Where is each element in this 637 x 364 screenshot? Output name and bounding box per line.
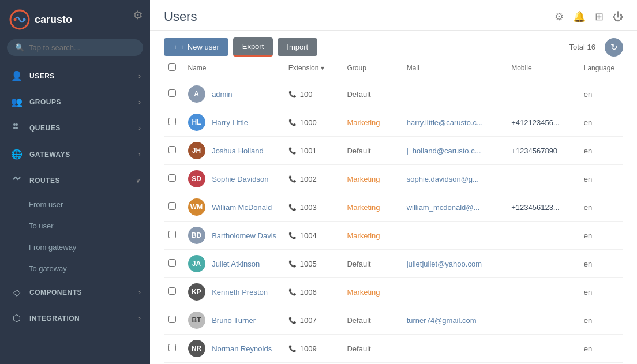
- user-name-link[interactable]: Sophie Davidson: [212, 175, 268, 183]
- row-checkbox[interactable]: [168, 259, 176, 267]
- row-checkbox-cell: [164, 80, 183, 108]
- extension-cell: 📞 1002: [284, 165, 343, 193]
- row-checkbox-cell: [164, 250, 183, 278]
- avatar: JA: [188, 255, 205, 272]
- mobile-cell: +1234567890: [507, 137, 579, 165]
- row-checkbox-cell: [164, 278, 183, 306]
- sidebar-item-gateways[interactable]: 🌐 GATEWAYS ›: [0, 141, 150, 167]
- sidebar-item-routes[interactable]: ROUTES ∨: [0, 167, 150, 194]
- mail-link[interactable]: william_mcdonald@...: [407, 203, 480, 212]
- chevron-right-icon: ›: [138, 98, 141, 106]
- sidebar-item-queues[interactable]: QUEUES ›: [0, 115, 150, 141]
- sidebar-item-integration[interactable]: ⬡ INTEGRATION ›: [0, 305, 150, 331]
- sidebar-item-label: GATEWAYS: [29, 151, 138, 159]
- sidebar-item-label: ROUTES: [29, 177, 136, 185]
- phone-icon: 📞: [288, 345, 297, 352]
- routes-icon: [11, 175, 23, 186]
- settings-gear-icon[interactable]: ⚙: [133, 8, 143, 22]
- svg-point-6: [16, 127, 18, 129]
- sidebar-sub-to-user[interactable]: To user: [0, 215, 150, 237]
- user-name-link[interactable]: Joshua Holland: [212, 147, 264, 155]
- refresh-button[interactable]: ↻: [605, 38, 623, 57]
- group-cell: Default: [342, 250, 402, 278]
- sidebar-sub-from-gateway[interactable]: From gateway: [0, 237, 150, 258]
- mobile-cell: [507, 165, 579, 193]
- extension-value: 1006: [300, 288, 317, 297]
- settings-icon[interactable]: ⚙: [554, 10, 564, 23]
- svg-point-5: [13, 127, 16, 129]
- language-cell: en: [579, 80, 623, 108]
- col-group: Group: [342, 57, 402, 80]
- new-user-button[interactable]: + + New user: [164, 38, 228, 56]
- row-checkbox[interactable]: [168, 118, 176, 125]
- search-box[interactable]: 🔍: [7, 39, 143, 56]
- row-checkbox-cell: [164, 306, 183, 335]
- mail-link[interactable]: j_holland@carusto.c...: [407, 147, 481, 155]
- row-checkbox[interactable]: [168, 202, 176, 210]
- group-cell: Marketing: [342, 278, 402, 306]
- sidebar-item-label: USERS: [29, 72, 138, 80]
- user-name-link[interactable]: Kenneth Preston: [212, 288, 268, 297]
- sidebar-sub-from-user[interactable]: From user: [0, 194, 150, 215]
- svg-point-2: [23, 18, 26, 21]
- avatar: HL: [188, 114, 205, 131]
- avatar: KP: [188, 283, 205, 301]
- user-name-link[interactable]: William McDonald: [212, 203, 272, 212]
- row-checkbox-cell: [164, 165, 183, 193]
- sidebar-item-label: INTEGRATION: [29, 314, 138, 322]
- user-name-link[interactable]: Bruno Turner: [212, 316, 256, 325]
- sidebar-sub-to-gateway[interactable]: To gateway: [0, 258, 150, 279]
- mobile-cell: +123456123...: [507, 193, 579, 222]
- sidebar-item-users[interactable]: 👤 USERS ›: [0, 63, 150, 89]
- user-name-link[interactable]: Norman Reynolds: [212, 344, 272, 353]
- user-name-link[interactable]: Bartholomew Davis: [212, 231, 276, 240]
- extension-cell: 📞 1001: [284, 137, 343, 165]
- mail-link[interactable]: turner74@gmail.com: [407, 316, 477, 325]
- avatar: BD: [188, 227, 205, 244]
- row-checkbox[interactable]: [168, 287, 176, 295]
- mail-link[interactable]: harry.little@carusto.c...: [407, 118, 483, 127]
- mail-link[interactable]: julietjuliet@yahoo.com: [407, 260, 482, 268]
- export-button[interactable]: Export: [233, 37, 273, 57]
- power-icon[interactable]: ⏻: [613, 11, 623, 23]
- apps-grid-icon[interactable]: ⊞: [595, 10, 604, 23]
- mail-cell: [402, 335, 507, 363]
- main-header: Users ⚙ 🔔 ⊞ ⏻: [150, 0, 637, 31]
- user-name-link[interactable]: Harry Little: [212, 118, 248, 127]
- user-name-cell: WM William McDonald: [183, 193, 284, 222]
- search-input[interactable]: [29, 43, 135, 52]
- group-cell: Default: [342, 306, 402, 335]
- notifications-icon[interactable]: 🔔: [573, 10, 586, 23]
- extension-value: 1002: [300, 175, 317, 183]
- row-checkbox[interactable]: [168, 174, 176, 182]
- user-name-link[interactable]: admin: [212, 90, 232, 99]
- extension-value: 1005: [300, 260, 317, 268]
- row-checkbox[interactable]: [168, 316, 176, 323]
- sidebar-item-groups[interactable]: 👥 GROUPS ›: [0, 89, 150, 115]
- import-button[interactable]: Import: [278, 38, 317, 56]
- mail-link[interactable]: sophie.davidson@g...: [407, 175, 479, 183]
- sidebar-item-components[interactable]: ◇ COMPONENTS ›: [0, 279, 150, 305]
- row-checkbox-cell: [164, 222, 183, 250]
- col-language: Language: [579, 57, 623, 80]
- queues-icon: [11, 122, 23, 134]
- extension-cell: 📞 1003: [284, 193, 343, 222]
- row-checkbox[interactable]: [168, 146, 176, 153]
- mobile-cell: [507, 306, 579, 335]
- row-checkbox[interactable]: [168, 231, 176, 238]
- avatar: NR: [188, 340, 205, 357]
- select-all-checkbox[interactable]: [168, 63, 176, 71]
- row-checkbox[interactable]: [168, 344, 176, 351]
- user-name-cell: HL Harry Little: [183, 108, 284, 137]
- extension-cell: 📞 1000: [284, 108, 343, 137]
- language-cell: en: [579, 335, 623, 363]
- col-extension[interactable]: Extension ▾: [284, 57, 343, 80]
- language-cell: en: [579, 137, 623, 165]
- phone-icon: 📞: [288, 147, 297, 155]
- phone-icon: 📞: [288, 119, 297, 126]
- row-checkbox[interactable]: [168, 89, 176, 97]
- row-checkbox-cell: [164, 137, 183, 165]
- users-icon: 👤: [11, 70, 23, 81]
- user-name-link[interactable]: Juliet Atkinson: [212, 260, 260, 268]
- avatar: JH: [188, 142, 205, 159]
